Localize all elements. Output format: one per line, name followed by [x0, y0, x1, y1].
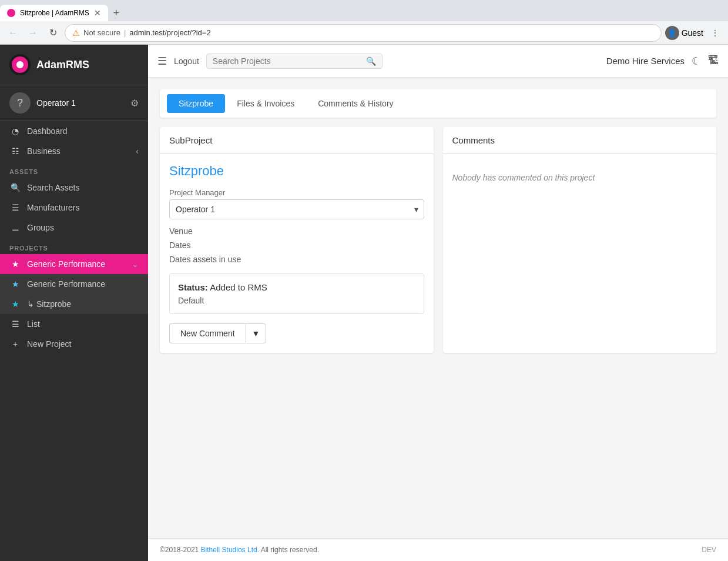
comments-card-body: Nobody has commented on this project	[443, 154, 717, 201]
building-icon[interactable]: 🏗	[708, 55, 719, 67]
main-area: ☰ Logout 🔍 Demo Hire Services ☾ 🏗 Sitzpr…	[148, 45, 728, 561]
sidebar-user: ? Operator 1 ⚙	[0, 85, 148, 121]
search-assets-icon: 🔍	[9, 183, 21, 192]
sidebar-item-generic-performance-active[interactable]: ★ Generic Performance ⌄	[0, 254, 148, 274]
footer: ©2018-2021 Bithell Studios Ltd. All righ…	[148, 538, 728, 561]
sidebar-item-label: New Project	[27, 339, 139, 349]
sidebar-item-label: List	[27, 319, 139, 329]
new-comment-area: New Comment ▼	[169, 323, 424, 343]
sidebar-item-label: Dashboard	[27, 126, 139, 136]
status-value: Added to RMS	[210, 282, 267, 292]
sidebar-item-search-assets[interactable]: 🔍 Search Assets	[0, 178, 148, 198]
dark-mode-icon[interactable]: ☾	[692, 55, 701, 68]
subproject-card-body: Sitzprobe Project Manager Operator 1 Ven…	[160, 154, 434, 353]
address-bar[interactable]: ⚠ Not secure | admin.test/project/?id=2	[65, 24, 662, 42]
footer-company-link[interactable]: Bithell Studios Ltd.	[201, 546, 259, 554]
profile-area[interactable]: 👤 Guest	[665, 26, 703, 40]
address-url: admin.test/project/?id=2	[129, 28, 210, 37]
search-icon: 🔍	[366, 56, 376, 66]
tab-favicon	[7, 9, 15, 17]
browser-tabs: Sitzprobe | AdamRMS ✕ +	[0, 0, 728, 21]
refresh-button[interactable]: ↻	[45, 25, 61, 41]
new-comment-dropdown-button[interactable]: ▼	[246, 323, 267, 343]
forward-button[interactable]: →	[25, 25, 41, 41]
sidebar-item-label: Generic Performance	[27, 279, 139, 289]
logout-button[interactable]: Logout	[174, 56, 199, 66]
page-content: Sitzprobe Files & Invoices Comments & Hi…	[148, 78, 728, 538]
subproject-card-header: SubProject	[160, 127, 434, 154]
sidebar-item-generic-performance-2[interactable]: ★ Generic Performance	[0, 274, 148, 294]
sidebar-logo: AdamRMS	[0, 45, 148, 85]
settings-icon[interactable]: ⚙	[130, 98, 139, 109]
new-tab-button[interactable]: +	[108, 5, 125, 21]
comments-card: Comments Nobody has commented on this pr…	[443, 127, 717, 353]
search-bar[interactable]: 🔍	[206, 54, 383, 69]
subproject-title: Sitzprobe	[169, 163, 424, 179]
new-comment-button[interactable]: New Comment	[169, 323, 246, 343]
active-tab[interactable]: Sitzprobe | AdamRMS ✕	[0, 5, 108, 21]
business-icon: ☷	[9, 146, 21, 156]
dates-field: Dates	[169, 241, 424, 250]
plus-icon: +	[9, 339, 21, 349]
sidebar-item-label: Search Assets	[27, 183, 139, 192]
dashboard-icon: ◔	[9, 126, 21, 136]
nav-right: Demo Hire Services ☾ 🏗	[606, 55, 719, 68]
star-blue-icon: ★	[9, 279, 21, 289]
dates-label: Dates	[169, 241, 191, 250]
company-name: Demo Hire Services	[606, 56, 685, 66]
status-default: Default	[178, 296, 415, 305]
footer-copyright-year: ©2018-2021	[160, 546, 199, 554]
sidebar-item-dashboard[interactable]: ◔ Dashboard	[0, 121, 148, 141]
security-warning-icon: ⚠	[72, 28, 80, 38]
projects-section-label: PROJECTS	[0, 238, 148, 254]
browser-menu-icon[interactable]: ⋮	[707, 25, 723, 41]
user-avatar: ?	[9, 92, 31, 113]
footer-rights: All rights reserved.	[261, 546, 319, 554]
comments-empty-message: Nobody has commented on this project	[452, 163, 707, 192]
star-teal-icon: ★	[9, 299, 21, 309]
status-text: Status: Added to RMS	[178, 282, 415, 292]
search-input[interactable]	[213, 56, 363, 66]
footer-copyright: ©2018-2021 Bithell Studios Ltd. All righ…	[160, 546, 319, 554]
back-button[interactable]: ←	[5, 25, 21, 41]
top-nav: ☰ Logout 🔍 Demo Hire Services ☾ 🏗	[148, 45, 728, 78]
groups-icon: ⚊	[9, 223, 21, 232]
logo-icon	[9, 54, 31, 75]
venue-label: Venue	[169, 226, 193, 236]
star-pink-icon: ★	[9, 259, 21, 269]
project-manager-select[interactable]: Operator 1	[169, 199, 424, 219]
security-warning-text: Not secure	[83, 28, 120, 37]
subproject-card: SubProject Sitzprobe Project Manager Ope…	[160, 127, 434, 353]
assets-section-label: ASSETS	[0, 161, 148, 178]
tab-close-icon[interactable]: ✕	[94, 8, 101, 18]
hamburger-icon[interactable]: ☰	[157, 55, 167, 68]
browser-chrome: Sitzprobe | AdamRMS ✕ + ← → ↻ ⚠ Not secu…	[0, 0, 728, 45]
project-manager-label: Project Manager	[169, 188, 424, 197]
comments-card-header: Comments	[443, 127, 717, 154]
sidebar-item-new-project[interactable]: + New Project	[0, 334, 148, 354]
chevron-down-icon: ⌄	[132, 259, 139, 269]
sidebar-item-label: Generic Performance	[27, 259, 126, 269]
profile-icon: 👤	[665, 26, 679, 40]
tab-sitzprobe[interactable]: Sitzprobe	[167, 94, 225, 113]
tab-title: Sitzprobe | AdamRMS	[20, 9, 89, 17]
sidebar-item-sitzprobe[interactable]: ★ ↳ Sitzprobe	[0, 294, 148, 314]
sidebar-item-business[interactable]: ☷ Business ‹	[0, 141, 148, 161]
status-label: Status:	[178, 282, 208, 292]
user-name: Operator 1	[36, 98, 125, 108]
tab-files-invoices[interactable]: Files & Invoices	[225, 94, 306, 113]
address-separator: |	[124, 28, 126, 37]
sidebar-item-label: Groups	[27, 223, 139, 232]
dates-assets-field: Dates assets in use	[169, 255, 424, 264]
project-manager-select-wrapper: Operator 1	[169, 199, 424, 219]
logo-inner	[12, 56, 28, 73]
sidebar-item-manufacturers[interactable]: ☰ Manufacturers	[0, 198, 148, 218]
sidebar-item-groups[interactable]: ⚊ Groups	[0, 218, 148, 238]
status-box: Status: Added to RMS Default	[169, 273, 424, 314]
browser-controls: ← → ↻ ⚠ Not secure | admin.test/project/…	[0, 21, 728, 45]
tab-comments-history[interactable]: Comments & History	[306, 94, 405, 113]
list-icon: ☰	[9, 319, 21, 329]
sidebar-item-list[interactable]: ☰ List	[0, 314, 148, 334]
dates-assets-label: Dates assets in use	[169, 255, 241, 264]
sidebar-item-label: Business	[27, 146, 130, 156]
